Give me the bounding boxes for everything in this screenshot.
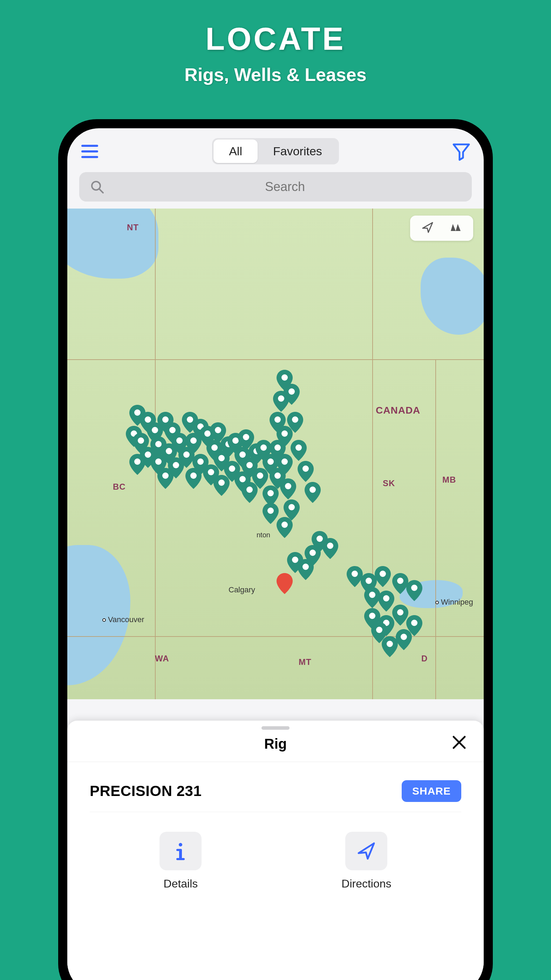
svg-point-40	[243, 434, 249, 440]
info-icon-box	[159, 832, 202, 870]
svg-rect-1	[81, 150, 98, 153]
svg-point-50	[274, 473, 281, 479]
promo-subtitle: Rigs, Wells & Leases	[0, 64, 551, 85]
map-pin[interactable]	[287, 412, 303, 433]
map-pin[interactable]	[283, 500, 300, 520]
svg-point-63	[317, 536, 323, 542]
city-edmonton: nton	[256, 531, 270, 539]
svg-point-14	[162, 417, 169, 423]
svg-point-68	[366, 578, 372, 584]
svg-point-55	[292, 417, 298, 423]
map-pin[interactable]	[396, 629, 412, 650]
search-wrap	[67, 171, 484, 208]
map-pin[interactable]	[298, 461, 314, 482]
map-pin[interactable]	[371, 622, 387, 643]
map-pin[interactable]	[280, 479, 296, 500]
map-pin[interactable]	[287, 552, 303, 573]
map-pin[interactable]	[273, 391, 289, 412]
promo-title: LOCATE	[0, 21, 551, 57]
svg-point-79	[387, 641, 393, 647]
svg-point-59	[296, 444, 302, 451]
map-pin[interactable]	[213, 475, 229, 496]
close-button[interactable]	[451, 734, 468, 751]
map-pin[interactable]	[185, 468, 202, 489]
svg-point-35	[229, 466, 235, 472]
map-label-bc: BC	[113, 482, 126, 492]
svg-point-44	[247, 487, 253, 493]
search-input[interactable]	[109, 180, 461, 194]
funnel-icon	[451, 142, 471, 161]
sheet-drag-handle[interactable]	[261, 726, 290, 730]
svg-point-46	[274, 417, 281, 423]
sheet-header: Rig	[67, 736, 484, 762]
filter-button[interactable]	[451, 141, 472, 162]
map-label-mt: MT	[299, 657, 312, 667]
svg-point-36	[218, 479, 225, 486]
map-water	[420, 258, 484, 335]
sheet-title: Rig	[264, 736, 287, 751]
details-action[interactable]: Details	[159, 832, 202, 890]
locate-me-button[interactable]	[420, 221, 435, 236]
svg-point-71	[383, 595, 389, 601]
svg-point-18	[155, 458, 162, 465]
map-border	[435, 359, 436, 699]
map-layers-icon	[449, 221, 463, 234]
map-pin[interactable]	[242, 482, 258, 503]
map-view[interactable]: NT CANADA BC SK MB WA MT D Vancouver Cal…	[67, 208, 484, 699]
svg-rect-86	[176, 858, 185, 860]
svg-point-45	[268, 490, 274, 496]
segment-favorites[interactable]: Favorites	[258, 140, 338, 163]
map-pin[interactable]	[210, 422, 226, 443]
segment-all[interactable]: All	[213, 140, 258, 163]
map-layers-button[interactable]	[449, 221, 463, 236]
svg-point-77	[411, 620, 417, 626]
svg-line-4	[100, 189, 103, 193]
map-pin[interactable]	[406, 580, 422, 601]
svg-point-16	[176, 438, 183, 444]
svg-point-32	[215, 427, 221, 433]
map-pin[interactable]	[277, 370, 293, 391]
svg-point-52	[268, 508, 274, 514]
svg-point-49	[282, 458, 288, 465]
svg-point-24	[187, 417, 193, 423]
svg-rect-2	[81, 156, 98, 158]
search-bar[interactable]	[79, 172, 472, 202]
map-pin[interactable]	[304, 482, 321, 503]
rig-row: PRECISION 231 SHARE	[90, 780, 461, 812]
map-pin[interactable]	[291, 440, 307, 461]
svg-point-76	[397, 609, 403, 616]
rig-name: PRECISION 231	[90, 783, 202, 800]
segmented-control[interactable]: All Favorites	[212, 138, 339, 164]
action-row: Details Directions	[90, 832, 461, 890]
svg-point-70	[369, 592, 376, 598]
svg-rect-87	[176, 849, 181, 851]
map-border	[67, 636, 484, 637]
map-pin[interactable]	[375, 566, 391, 587]
map-label-sk: SK	[383, 479, 395, 488]
map-pin[interactable]	[158, 468, 174, 489]
map-pin[interactable]	[129, 454, 145, 475]
map-controls	[410, 216, 473, 241]
svg-point-43	[257, 473, 263, 479]
svg-point-17	[166, 448, 172, 454]
map-label-nd: D	[421, 654, 428, 663]
svg-point-84	[179, 843, 182, 846]
map-label-wa: WA	[155, 654, 169, 663]
svg-point-27	[197, 458, 204, 465]
svg-rect-0	[81, 145, 98, 147]
map-pin[interactable]	[238, 430, 254, 450]
svg-point-74	[369, 612, 376, 619]
map-pin[interactable]	[182, 412, 198, 433]
sheet-body: PRECISION 231 SHARE Detai	[67, 762, 484, 897]
city-winnipeg: Winnipeg	[435, 598, 473, 607]
selected-pin[interactable]	[277, 573, 293, 594]
map-label-mb: MB	[442, 475, 456, 485]
menu-button[interactable]	[79, 141, 100, 162]
svg-point-13	[134, 458, 140, 465]
share-button[interactable]: SHARE	[402, 780, 461, 802]
svg-point-73	[411, 585, 417, 591]
directions-action[interactable]: Directions	[341, 832, 391, 890]
info-icon	[170, 840, 191, 862]
bottom-sheet[interactable]: Rig PRECISION 231 SHARE	[67, 721, 484, 980]
map-water	[67, 208, 158, 278]
